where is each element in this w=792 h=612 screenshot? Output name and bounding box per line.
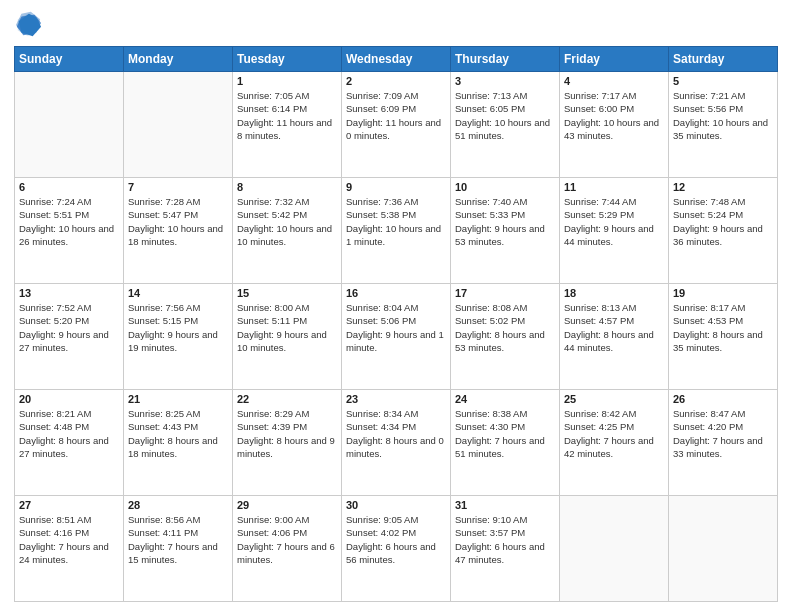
day-number: 23 [346,393,446,405]
day-info: Sunrise: 8:21 AM Sunset: 4:48 PM Dayligh… [19,407,119,460]
day-number: 18 [564,287,664,299]
day-number: 9 [346,181,446,193]
day-number: 8 [237,181,337,193]
day-info: Sunrise: 8:08 AM Sunset: 5:02 PM Dayligh… [455,301,555,354]
calendar-cell [124,72,233,178]
calendar-cell [560,496,669,602]
calendar-cell: 12Sunrise: 7:48 AM Sunset: 5:24 PM Dayli… [669,178,778,284]
day-info: Sunrise: 7:13 AM Sunset: 6:05 PM Dayligh… [455,89,555,142]
day-info: Sunrise: 7:32 AM Sunset: 5:42 PM Dayligh… [237,195,337,248]
calendar-cell: 30Sunrise: 9:05 AM Sunset: 4:02 PM Dayli… [342,496,451,602]
header-saturday: Saturday [669,47,778,72]
day-number: 22 [237,393,337,405]
day-number: 2 [346,75,446,87]
day-info: Sunrise: 9:00 AM Sunset: 4:06 PM Dayligh… [237,513,337,566]
day-number: 3 [455,75,555,87]
day-number: 11 [564,181,664,193]
calendar-cell: 7Sunrise: 7:28 AM Sunset: 5:47 PM Daylig… [124,178,233,284]
header-sunday: Sunday [15,47,124,72]
day-info: Sunrise: 8:34 AM Sunset: 4:34 PM Dayligh… [346,407,446,460]
day-info: Sunrise: 7:09 AM Sunset: 6:09 PM Dayligh… [346,89,446,142]
calendar-cell: 16Sunrise: 8:04 AM Sunset: 5:06 PM Dayli… [342,284,451,390]
calendar-cell: 15Sunrise: 8:00 AM Sunset: 5:11 PM Dayli… [233,284,342,390]
calendar-cell: 13Sunrise: 7:52 AM Sunset: 5:20 PM Dayli… [15,284,124,390]
day-info: Sunrise: 8:00 AM Sunset: 5:11 PM Dayligh… [237,301,337,354]
day-number: 21 [128,393,228,405]
day-info: Sunrise: 7:44 AM Sunset: 5:29 PM Dayligh… [564,195,664,248]
day-number: 14 [128,287,228,299]
calendar-cell: 19Sunrise: 8:17 AM Sunset: 4:53 PM Dayli… [669,284,778,390]
day-info: Sunrise: 8:29 AM Sunset: 4:39 PM Dayligh… [237,407,337,460]
calendar-cell: 22Sunrise: 8:29 AM Sunset: 4:39 PM Dayli… [233,390,342,496]
calendar-cell: 11Sunrise: 7:44 AM Sunset: 5:29 PM Dayli… [560,178,669,284]
day-info: Sunrise: 8:51 AM Sunset: 4:16 PM Dayligh… [19,513,119,566]
day-info: Sunrise: 9:05 AM Sunset: 4:02 PM Dayligh… [346,513,446,566]
header-friday: Friday [560,47,669,72]
day-info: Sunrise: 7:05 AM Sunset: 6:14 PM Dayligh… [237,89,337,142]
calendar-week-row: 13Sunrise: 7:52 AM Sunset: 5:20 PM Dayli… [15,284,778,390]
day-info: Sunrise: 9:10 AM Sunset: 3:57 PM Dayligh… [455,513,555,566]
day-info: Sunrise: 7:56 AM Sunset: 5:15 PM Dayligh… [128,301,228,354]
day-info: Sunrise: 8:42 AM Sunset: 4:25 PM Dayligh… [564,407,664,460]
calendar-cell: 29Sunrise: 9:00 AM Sunset: 4:06 PM Dayli… [233,496,342,602]
day-number: 1 [237,75,337,87]
day-number: 28 [128,499,228,511]
day-info: Sunrise: 8:13 AM Sunset: 4:57 PM Dayligh… [564,301,664,354]
day-info: Sunrise: 7:21 AM Sunset: 5:56 PM Dayligh… [673,89,773,142]
day-number: 6 [19,181,119,193]
calendar-cell: 24Sunrise: 8:38 AM Sunset: 4:30 PM Dayli… [451,390,560,496]
calendar-cell [15,72,124,178]
day-number: 27 [19,499,119,511]
calendar-cell: 8Sunrise: 7:32 AM Sunset: 5:42 PM Daylig… [233,178,342,284]
calendar-cell: 14Sunrise: 7:56 AM Sunset: 5:15 PM Dayli… [124,284,233,390]
calendar-cell: 20Sunrise: 8:21 AM Sunset: 4:48 PM Dayli… [15,390,124,496]
day-info: Sunrise: 7:40 AM Sunset: 5:33 PM Dayligh… [455,195,555,248]
day-number: 20 [19,393,119,405]
day-number: 12 [673,181,773,193]
day-info: Sunrise: 7:28 AM Sunset: 5:47 PM Dayligh… [128,195,228,248]
day-info: Sunrise: 7:36 AM Sunset: 5:38 PM Dayligh… [346,195,446,248]
day-info: Sunrise: 8:25 AM Sunset: 4:43 PM Dayligh… [128,407,228,460]
day-number: 7 [128,181,228,193]
header-tuesday: Tuesday [233,47,342,72]
day-number: 31 [455,499,555,511]
day-number: 19 [673,287,773,299]
calendar-cell: 23Sunrise: 8:34 AM Sunset: 4:34 PM Dayli… [342,390,451,496]
day-number: 13 [19,287,119,299]
calendar-cell [669,496,778,602]
day-info: Sunrise: 8:17 AM Sunset: 4:53 PM Dayligh… [673,301,773,354]
day-info: Sunrise: 8:47 AM Sunset: 4:20 PM Dayligh… [673,407,773,460]
weekday-header-row: Sunday Monday Tuesday Wednesday Thursday… [15,47,778,72]
calendar-cell: 9Sunrise: 7:36 AM Sunset: 5:38 PM Daylig… [342,178,451,284]
calendar-cell: 1Sunrise: 7:05 AM Sunset: 6:14 PM Daylig… [233,72,342,178]
day-number: 30 [346,499,446,511]
day-info: Sunrise: 8:56 AM Sunset: 4:11 PM Dayligh… [128,513,228,566]
calendar-cell: 4Sunrise: 7:17 AM Sunset: 6:00 PM Daylig… [560,72,669,178]
day-number: 24 [455,393,555,405]
day-info: Sunrise: 7:48 AM Sunset: 5:24 PM Dayligh… [673,195,773,248]
day-number: 26 [673,393,773,405]
day-number: 29 [237,499,337,511]
logo [14,10,46,38]
calendar-week-row: 1Sunrise: 7:05 AM Sunset: 6:14 PM Daylig… [15,72,778,178]
header [14,10,778,38]
day-number: 15 [237,287,337,299]
calendar-cell: 5Sunrise: 7:21 AM Sunset: 5:56 PM Daylig… [669,72,778,178]
calendar-cell: 27Sunrise: 8:51 AM Sunset: 4:16 PM Dayli… [15,496,124,602]
calendar-cell: 17Sunrise: 8:08 AM Sunset: 5:02 PM Dayli… [451,284,560,390]
header-monday: Monday [124,47,233,72]
calendar-table: Sunday Monday Tuesday Wednesday Thursday… [14,46,778,602]
calendar-week-row: 6Sunrise: 7:24 AM Sunset: 5:51 PM Daylig… [15,178,778,284]
calendar-week-row: 27Sunrise: 8:51 AM Sunset: 4:16 PM Dayli… [15,496,778,602]
calendar-cell: 3Sunrise: 7:13 AM Sunset: 6:05 PM Daylig… [451,72,560,178]
day-info: Sunrise: 7:52 AM Sunset: 5:20 PM Dayligh… [19,301,119,354]
calendar-cell: 28Sunrise: 8:56 AM Sunset: 4:11 PM Dayli… [124,496,233,602]
calendar-cell: 18Sunrise: 8:13 AM Sunset: 4:57 PM Dayli… [560,284,669,390]
calendar-cell: 31Sunrise: 9:10 AM Sunset: 3:57 PM Dayli… [451,496,560,602]
header-thursday: Thursday [451,47,560,72]
calendar-cell: 21Sunrise: 8:25 AM Sunset: 4:43 PM Dayli… [124,390,233,496]
logo-icon [14,10,42,38]
calendar-cell: 10Sunrise: 7:40 AM Sunset: 5:33 PM Dayli… [451,178,560,284]
calendar-week-row: 20Sunrise: 8:21 AM Sunset: 4:48 PM Dayli… [15,390,778,496]
day-info: Sunrise: 8:04 AM Sunset: 5:06 PM Dayligh… [346,301,446,354]
